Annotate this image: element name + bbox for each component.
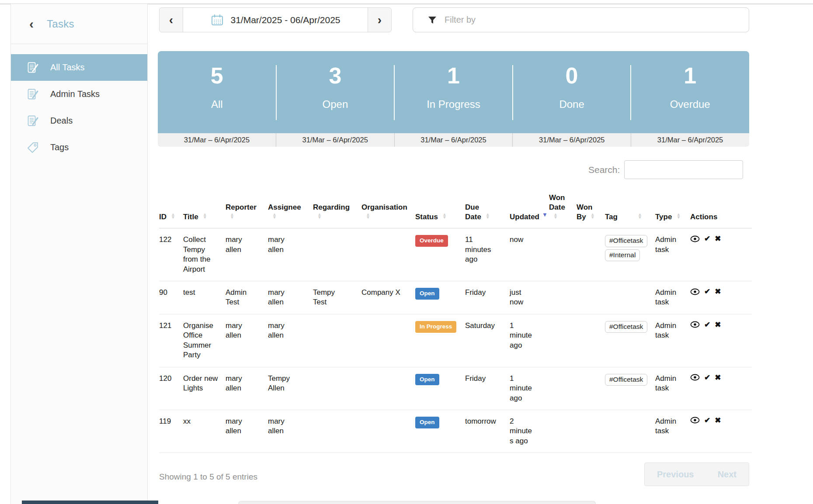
back-button[interactable]: ‹ [29, 17, 34, 31]
col-header-assignee[interactable]: Assignee▲▼▼ [268, 191, 313, 228]
cell-organisation [361, 367, 415, 410]
sort-arrows-icon: ▲▼ [442, 213, 447, 219]
col-header-title[interactable]: Title▲▼▼ [183, 191, 226, 228]
col-header-organisation[interactable]: Organisation▲▼▼ [361, 191, 415, 228]
stat-range: 31/Mar – 6/Apr/2025 [395, 133, 513, 147]
sidebar: ‹ Tasks All Tasks [10, 4, 148, 504]
check-icon[interactable]: ✔ [704, 417, 710, 424]
stat-value: 5 [158, 62, 276, 89]
status-badge: Open [415, 288, 439, 300]
sort-arrows-icon: ▲▼ [486, 213, 490, 219]
cell-status: Open [415, 410, 465, 452]
cell-status: Overdue [415, 228, 465, 281]
check-icon[interactable]: ✔ [704, 288, 710, 295]
tag-chip: #Officetask [605, 235, 647, 247]
col-header-due-date[interactable]: Due Date▲▼▼ [465, 191, 510, 228]
eye-icon[interactable] [690, 374, 700, 381]
sort-arrows-icon: ▲▼ [272, 213, 277, 219]
sidebar-item-label: All Tasks [50, 62, 85, 72]
col-header-won-date[interactable]: Won Date▲▼▼ [549, 191, 577, 228]
sidebar-item-admin-tasks[interactable]: Admin Tasks [11, 81, 147, 107]
cell-updated: now [510, 228, 549, 281]
stat-value: 0 [513, 62, 631, 89]
cell-organisation [361, 410, 415, 452]
tag-chip: #Internal [605, 249, 640, 261]
x-icon[interactable]: ✖ [715, 321, 721, 328]
col-header-won-by[interactable]: Won By▲▼▼ [577, 191, 605, 228]
sidebar-header: ‹ Tasks [11, 4, 147, 44]
stat-range: 31/Mar – 6/Apr/2025 [276, 133, 395, 147]
entries-summary: Showing 1 to 5 of 5 entries [159, 472, 257, 482]
stat-all[interactable]: 5 All [158, 51, 276, 133]
col-header-updated[interactable]: Updated▲▼▼ [510, 191, 549, 228]
sidebar-item-all-tasks[interactable]: All Tasks [11, 54, 147, 81]
stat-open[interactable]: 3 Open [276, 51, 395, 133]
cell-won-date [549, 410, 577, 452]
cell-id: 90 [159, 281, 183, 314]
tasks-table: ID▲▼▼ Title▲▼▼ Reporter▲▼▼ Assignee▲▼▼ R… [159, 191, 752, 453]
stat-in-progress[interactable]: 1 In Progress [394, 51, 513, 133]
x-icon[interactable]: ✖ [715, 417, 721, 424]
previous-button[interactable]: Previous [657, 469, 694, 480]
col-header-tag[interactable]: Tag▲▼▼ [605, 191, 655, 228]
cell-won-date [549, 281, 577, 314]
col-header-id[interactable]: ID▲▼▼ [159, 191, 183, 228]
sidebar-item-label: Deals [50, 116, 73, 126]
pagination: Previous Next [644, 463, 749, 486]
cell-won-date [549, 228, 577, 281]
date-range-picker[interactable]: 31/Mar/2025 - 06/Apr/2025 [183, 7, 368, 32]
eye-icon[interactable] [690, 417, 700, 424]
col-header-regarding[interactable]: Regarding▲▼▼ [313, 191, 361, 228]
eye-icon[interactable] [690, 288, 700, 295]
cell-regarding [313, 367, 361, 410]
col-header-reporter[interactable]: Reporter▲▼▼ [226, 191, 268, 228]
x-icon[interactable]: ✖ [715, 374, 721, 381]
cell-assignee: mary allen [268, 281, 313, 314]
check-icon[interactable]: ✔ [704, 321, 710, 328]
filter-bar [413, 7, 749, 32]
cell-actions: ✔ ✖ [690, 228, 752, 281]
x-icon[interactable]: ✖ [715, 288, 721, 295]
next-week-button[interactable]: › [368, 7, 392, 32]
cell-type: Admin task [655, 314, 690, 367]
col-header-type[interactable]: Type▲▼▼ [655, 191, 690, 228]
stat-value: 1 [394, 62, 513, 89]
eye-icon[interactable] [690, 235, 700, 242]
cell-reporter: mary allen [226, 367, 268, 410]
next-button[interactable]: Next [718, 469, 737, 480]
search-label: Search: [588, 165, 620, 175]
cell-updated: 2 minutes ago [510, 410, 549, 452]
calendar-icon [211, 14, 224, 27]
filter-input[interactable] [444, 14, 749, 25]
tasks-page: ‹ Tasks All Tasks [0, 0, 813, 504]
x-icon[interactable]: ✖ [715, 235, 721, 242]
prev-week-button[interactable]: ‹ [159, 7, 183, 32]
bottom-partial-panel [238, 501, 596, 504]
sidebar-item-deals[interactable]: Deals [11, 107, 147, 134]
sort-arrows-icon: ▲▼ [230, 213, 234, 219]
col-header-status[interactable]: Status▲▼▼ [415, 191, 465, 228]
cell-title: Organise Office Summer Party [183, 314, 226, 367]
sidebar-footer-bar [22, 501, 158, 504]
cell-status: Open [415, 367, 465, 410]
cell-status: Open [415, 281, 465, 314]
cell-organisation [361, 314, 415, 367]
eye-icon[interactable] [690, 321, 700, 328]
sort-arrows-icon: ▲▼ [638, 213, 642, 219]
stat-done[interactable]: 0 Done [513, 51, 631, 133]
status-badge: In Progress [415, 321, 456, 333]
sidebar-item-tags[interactable]: Tags [11, 134, 147, 161]
table-search: Search: [588, 160, 743, 179]
cell-assignee: mary allen [268, 410, 313, 452]
stats-cards: 5 All 3 Open 1 In Progress 0 Done 1 Over… [158, 51, 749, 133]
cell-tags: #Officetask [605, 367, 655, 410]
check-icon[interactable]: ✔ [704, 235, 710, 242]
stat-overdue[interactable]: 1 Overdue [631, 51, 749, 133]
cell-type: Admin task [655, 410, 690, 452]
cell-actions: ✔ ✖ [690, 314, 752, 367]
search-input[interactable] [624, 160, 743, 179]
cell-actions: ✔ ✖ [690, 281, 752, 314]
stat-label: In Progress [394, 98, 513, 110]
check-icon[interactable]: ✔ [704, 374, 710, 381]
stat-range: 31/Mar – 6/Apr/2025 [513, 133, 631, 147]
